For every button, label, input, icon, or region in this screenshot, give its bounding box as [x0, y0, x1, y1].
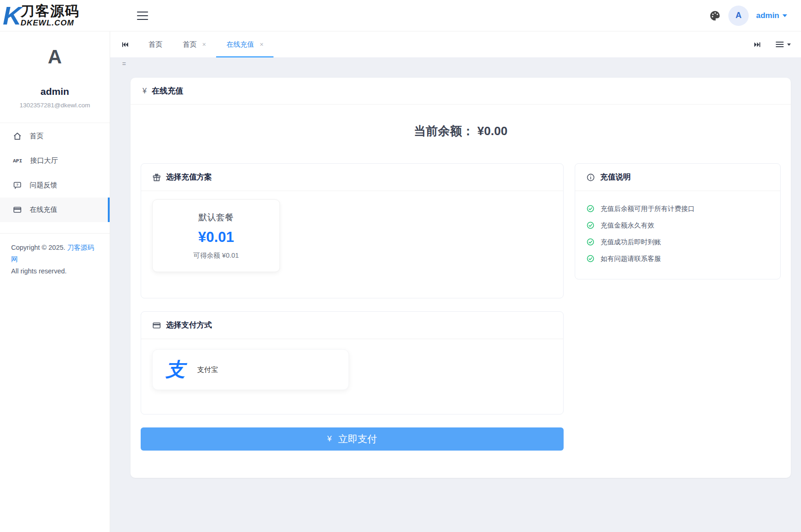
check-circle-icon: [586, 221, 595, 229]
instruction-item: 如有问题请联系客服: [586, 250, 769, 267]
page-title: 在线充值: [152, 86, 183, 96]
sidebar-item-feedback[interactable]: ? 问题反馈: [0, 173, 110, 198]
credit-card-icon: [13, 205, 22, 214]
skip-back-icon: [121, 41, 129, 49]
check-circle-icon: [586, 204, 595, 213]
plan-name: 默认套餐: [199, 211, 234, 223]
recharge-card: ¥ 在线充值 当前余额： ¥0.00 选择充值方案: [130, 78, 791, 478]
tabs-scroll-right-button[interactable]: [751, 39, 763, 50]
brand-logo[interactable]: K 刀客源码 DKEWL.COM: [0, 3, 117, 29]
tab-home-1[interactable]: 首页: [138, 31, 173, 57]
copyright-text: Copyright © 2025.: [11, 244, 65, 251]
close-icon[interactable]: ×: [202, 41, 206, 48]
plan-section: 选择充值方案 默认套餐 ¥0.01 可得余额 ¥0.01: [141, 163, 564, 298]
hamburger-bar: [137, 15, 148, 16]
app-root: K 刀客源码 DKEWL.COM A: [0, 0, 801, 532]
brand-name-cn: 刀客源码: [20, 4, 80, 18]
header-actions: A admin: [709, 6, 801, 26]
tab-label: 首页: [183, 40, 197, 49]
logo-text: 刀客源码 DKEWL.COM: [20, 4, 80, 27]
content-columns: 选择充值方案 默认套餐 ¥0.01 可得余额 ¥0.01: [130, 163, 791, 451]
breadcrumb-collapse-glyph: =: [122, 60, 126, 68]
payment-method-name: 支付宝: [197, 365, 218, 374]
svg-text:?: ?: [16, 183, 19, 187]
instruction-item: 充值金额永久有效: [586, 217, 769, 234]
app-header: K 刀客源码 DKEWL.COM A: [0, 0, 801, 31]
balance-label: 当前余额：: [414, 124, 474, 138]
api-icon: API: [13, 158, 22, 164]
check-circle-icon: [586, 254, 595, 263]
user-name: admin: [756, 11, 779, 20]
user-menu-button[interactable]: admin: [756, 11, 787, 20]
main-content: = ¥ 在线充值 当前余额： ¥0.00 选择充值方案: [110, 57, 801, 532]
profile-avatar: A: [0, 47, 110, 67]
right-column: 充值说明 充值后余额可用于所有计费接口 充值金额永久有效: [575, 163, 781, 279]
payment-section: 选择支付方式 支 支付宝: [141, 311, 564, 414]
avatar-letter: A: [735, 11, 741, 20]
tabbar-right-controls: [751, 39, 791, 50]
tab-bar: 首页 首页 × 在线充值 ×: [110, 31, 801, 57]
instructions-section-title: 充值说明: [600, 172, 631, 182]
theme-palette-icon[interactable]: [709, 10, 721, 22]
check-circle-icon: [586, 238, 595, 246]
plan-section-header: 选择充值方案: [141, 164, 563, 191]
skip-forward-icon: [753, 41, 761, 49]
tabs-menu-button[interactable]: [775, 41, 791, 48]
sidebar-item-label: 首页: [30, 132, 43, 141]
plan-price: ¥0.01: [198, 229, 234, 246]
plan-card-default[interactable]: 默认套餐 ¥0.01 可得余额 ¥0.01: [152, 199, 280, 272]
pay-now-button[interactable]: ¥ 立即支付: [141, 427, 564, 451]
gift-icon: [152, 173, 161, 182]
balance-value: ¥0.00: [478, 124, 508, 138]
rights-text: All rights reserved.: [11, 267, 67, 275]
profile-email: 1302357281@dkewl.com: [0, 102, 110, 109]
instruction-text: 如有问题请联系客服: [601, 254, 661, 263]
pay-now-label: 立即支付: [338, 433, 377, 445]
sidebar-item-label: 接口大厅: [30, 156, 58, 165]
info-icon: [586, 173, 595, 182]
close-icon[interactable]: ×: [260, 41, 263, 48]
yen-icon: ¥: [143, 87, 147, 95]
profile-username: admin: [0, 86, 110, 97]
balance-line: 当前余额： ¥0.00: [130, 123, 791, 139]
tab-home-2[interactable]: 首页 ×: [173, 31, 216, 57]
tabs-scroll-left-button[interactable]: [119, 39, 131, 50]
sidebar-item-api-hall[interactable]: API 接口大厅: [0, 148, 110, 173]
logo-mark: K: [3, 3, 19, 29]
sidebar-profile: A admin 1302357281@dkewl.com: [0, 31, 110, 123]
payment-method-alipay[interactable]: 支 支付宝: [152, 349, 349, 390]
instructions-section: 充值说明 充值后余额可用于所有计费接口 充值金额永久有效: [575, 163, 781, 279]
chevron-down-icon: [782, 14, 787, 17]
sidebar-copyright: Copyright © 2025. 刀客源码网 All rights reser…: [0, 234, 110, 277]
chevron-down-icon: [787, 43, 791, 46]
sidebar-toggle-button[interactable]: [137, 12, 148, 20]
home-icon: [13, 132, 22, 141]
instruction-text: 充值后余额可用于所有计费接口: [601, 204, 695, 213]
alipay-icon: 支: [166, 360, 185, 379]
user-avatar[interactable]: A: [728, 6, 749, 26]
credit-card-icon: [152, 321, 161, 330]
sidebar: A admin 1302357281@dkewl.com 首页 API 接口大厅…: [0, 31, 110, 532]
tab-label: 在线充值: [226, 40, 254, 49]
feedback-icon: ?: [13, 181, 22, 190]
hamburger-bar: [137, 12, 148, 12]
sidebar-item-recharge[interactable]: 在线充值: [0, 198, 110, 222]
instruction-item: 充值成功后即时到账: [586, 234, 769, 250]
list-icon: [775, 41, 784, 48]
tab-recharge[interactable]: 在线充值 ×: [216, 31, 273, 57]
instructions-list: 充值后余额可用于所有计费接口 充值金额永久有效 充值成功后即时到账: [575, 191, 780, 279]
instruction-text: 充值成功后即时到账: [601, 238, 661, 247]
payment-section-body: 支 支付宝: [141, 339, 563, 414]
payment-section-title: 选择支付方式: [166, 320, 212, 330]
open-tabs: 首页 首页 × 在线充值 ×: [138, 31, 273, 57]
instruction-item: 充值后余额可用于所有计费接口: [586, 200, 769, 217]
sidebar-item-home[interactable]: 首页: [0, 124, 110, 148]
plan-section-body: 默认套餐 ¥0.01 可得余额 ¥0.01: [141, 191, 563, 298]
brand-name-en: DKEWL.COM: [20, 19, 80, 27]
sidebar-menu: 首页 API 接口大厅 ? 问题反馈 在线充值: [0, 123, 110, 222]
tab-label: 首页: [149, 40, 162, 49]
plan-section-title: 选择充值方案: [166, 172, 212, 182]
plan-credit-note: 可得余额 ¥0.01: [193, 251, 239, 260]
payment-section-header: 选择支付方式: [141, 312, 563, 339]
instruction-text: 充值金额永久有效: [601, 221, 654, 230]
